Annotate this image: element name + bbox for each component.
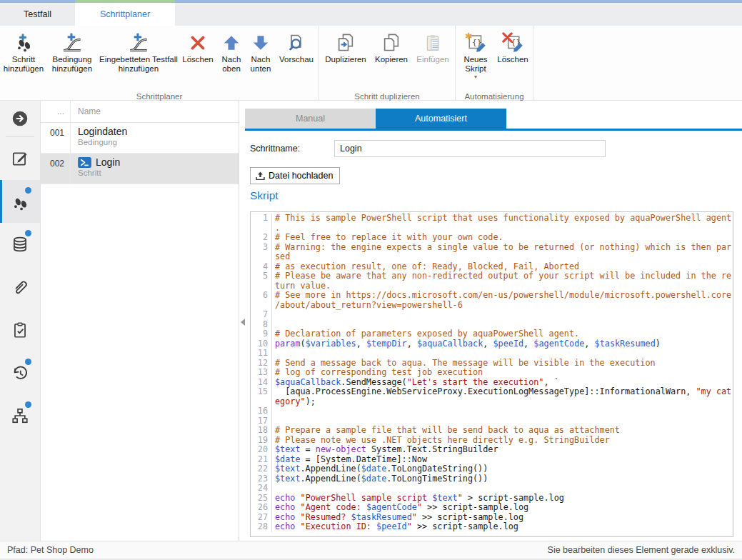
ribbon-button-einfugen: Einfügen xyxy=(412,29,453,91)
code-text: # This is sample PowerShell script that … xyxy=(272,214,733,224)
duplicate-icon xyxy=(336,31,356,55)
code-line: 22$text.AppendLine($date.ToLongDateStrin… xyxy=(251,464,733,474)
tab-testfall[interactable]: Testfall xyxy=(0,3,75,26)
sidebar-item-expand[interactable] xyxy=(0,101,40,136)
status-lock-message: Sie bearbeiten dieses Element gerade exk… xyxy=(548,545,735,555)
code-line: 2# Feel free to replace it with your own… xyxy=(251,233,733,243)
ribbon-button-loschen[interactable]: Löschen xyxy=(179,29,217,91)
ribbon-button-schritt-hinzufugen[interactable]: Schritt hinzufügen xyxy=(1,29,46,91)
code-text: # as execution result, one of: Ready, Bl… xyxy=(272,262,733,272)
line-number: 6 xyxy=(251,291,272,301)
ribbon-button-label: Bedingung hinzufügen xyxy=(46,55,99,74)
line-number: 7 xyxy=(251,310,272,320)
ribbon-button-label: Einfügen xyxy=(416,55,448,64)
step-name-row: Schrittname: xyxy=(250,140,606,157)
step-name-input[interactable] xyxy=(334,140,606,157)
ribbon-button-label: Löschen xyxy=(182,55,213,64)
line-number xyxy=(251,252,272,262)
tab-schrittplaner[interactable]: Schrittplaner xyxy=(75,3,175,26)
code-text: $aquaCallback.SendMessage("Let's start t… xyxy=(272,378,733,388)
code-line: 14$aquaCallback.SendMessage("Let's start… xyxy=(251,378,733,388)
line-number: 11 xyxy=(251,349,272,359)
code-line: 20$text = new-object System.Text.StringB… xyxy=(251,445,733,455)
ribbon-button-vorschau[interactable]: Vorschau xyxy=(276,29,317,91)
step-number: 002 xyxy=(41,154,71,184)
ribbon-button-label: Kopieren xyxy=(375,55,408,64)
step-row-001[interactable]: 001LogindatenBedingung xyxy=(41,123,239,154)
top-tab-bar: Testfall Schrittplaner xyxy=(0,3,742,26)
sidebar-item-tasks[interactable] xyxy=(0,309,40,351)
script-new-icon: {}✱ xyxy=(465,31,486,55)
ribbon-button-loschen[interactable]: {}Löschen xyxy=(494,29,531,91)
sidebar-item-attachments[interactable] xyxy=(0,266,40,309)
upload-file-button[interactable]: Datei hochladen xyxy=(250,167,340,184)
notification-badge xyxy=(25,401,31,408)
code-text: param($variables, $tempDir, $aquaCallbac… xyxy=(272,339,733,349)
script-code-editor[interactable]: 1# This is sample PowerShell script that… xyxy=(250,211,733,537)
detail-tab-underline xyxy=(245,129,742,131)
sidebar-item-edit[interactable] xyxy=(0,137,40,180)
notification-badge xyxy=(25,230,31,236)
code-text xyxy=(272,484,733,494)
upload-button-label: Datei hochladen xyxy=(269,171,333,181)
svg-text:✱: ✱ xyxy=(465,32,472,41)
code-line: 11 xyxy=(251,349,733,359)
sidebar-item-structure[interactable] xyxy=(0,394,40,437)
code-text: . xyxy=(272,224,733,234)
sidebar-item-steps[interactable] xyxy=(0,180,40,223)
line-number: 16 xyxy=(251,406,272,416)
code-line: 6# See more in https://docs.microsoft.co… xyxy=(251,291,733,301)
ribbon-button-nach-unten[interactable]: Nach unten xyxy=(246,29,276,91)
step-type-label: Bedingung xyxy=(78,138,127,146)
sidebar-item-data[interactable] xyxy=(0,223,40,266)
line-number: 5 xyxy=(251,271,272,281)
detail-panel: Manual Automatisiert Schrittname: Datei … xyxy=(245,101,742,541)
powershell-icon xyxy=(78,157,91,168)
line-number xyxy=(251,301,272,311)
ribbon-button-bedingung-hinzufugen[interactable]: Bedingung hinzufügen xyxy=(46,29,99,91)
code-line: 3# Warning: the engine expects a single … xyxy=(251,243,733,253)
step-list-col-number[interactable]: ... xyxy=(41,101,71,122)
ribbon-button-eingebetteten-testfall-hinzufugen[interactable]: Eingebetteten Testfall hinzufügen xyxy=(99,29,179,91)
line-number: 27 xyxy=(251,513,272,523)
code-text xyxy=(272,406,733,416)
step-type-label: Schritt xyxy=(78,169,120,177)
sidebar-item-history[interactable] xyxy=(0,351,40,394)
upload-icon xyxy=(255,171,266,181)
line-number: 10 xyxy=(251,339,272,349)
ribbon-group-automatisierung: {}✱Neues Skript▼{}LöschenAutomatisierung xyxy=(456,26,533,100)
code-text: turn value. xyxy=(272,281,733,291)
script-heading: Skript xyxy=(250,189,279,202)
step-list-col-name[interactable]: Name xyxy=(71,106,101,116)
code-text: # Prepare a sample file that will be sen… xyxy=(272,426,733,436)
code-text xyxy=(272,320,733,330)
ribbon-button-kopieren[interactable]: Kopieren xyxy=(371,29,412,91)
script-delete-icon: {} xyxy=(502,31,523,55)
ribbon-button-duplizieren[interactable]: Duplizieren xyxy=(321,29,371,91)
step-list-panel: ... Name 001LogindatenBedingung002LoginS… xyxy=(41,101,239,541)
ribbon-button-label: Neues Skript xyxy=(457,55,494,74)
code-line: 10param($variables, $tempDir, $aquaCallb… xyxy=(251,339,733,349)
line-number xyxy=(251,281,272,291)
dropdown-caret-icon[interactable]: ▼ xyxy=(473,74,478,80)
ribbon-button-nach-oben[interactable]: Nach oben xyxy=(217,29,246,91)
edit-icon xyxy=(11,149,29,168)
ribbon-group-schrittplaner: Schritt hinzufügenBedingung hinzufügenEi… xyxy=(0,26,319,100)
tab-automatisiert[interactable]: Automatisiert xyxy=(376,109,506,129)
code-line: 25echo "PowerShell sample script $text" … xyxy=(251,494,733,504)
ribbon-button-neues-skript[interactable]: {}✱Neues Skript▼ xyxy=(457,29,494,91)
tab-manual[interactable]: Manual xyxy=(245,109,376,129)
line-number: 21 xyxy=(251,455,272,465)
code-text: # Warning: the engine expects a single v… xyxy=(272,243,733,253)
line-number: 8 xyxy=(251,320,272,330)
step-title: Logindaten xyxy=(78,126,127,137)
code-line: 28echo "Execution ID: $peeId" >> script-… xyxy=(251,522,733,532)
circle-arrow-right-icon xyxy=(11,109,29,128)
line-number: 3 xyxy=(251,243,272,253)
switch-add-icon xyxy=(129,31,149,55)
line-number: 20 xyxy=(251,445,272,455)
delete-x-icon xyxy=(189,31,207,55)
detail-tab-bar: Manual Automatisiert xyxy=(245,109,506,129)
step-row-002[interactable]: 002LoginSchritt xyxy=(41,154,239,184)
code-line: 18# Prepare a sample file that will be s… xyxy=(251,426,733,436)
